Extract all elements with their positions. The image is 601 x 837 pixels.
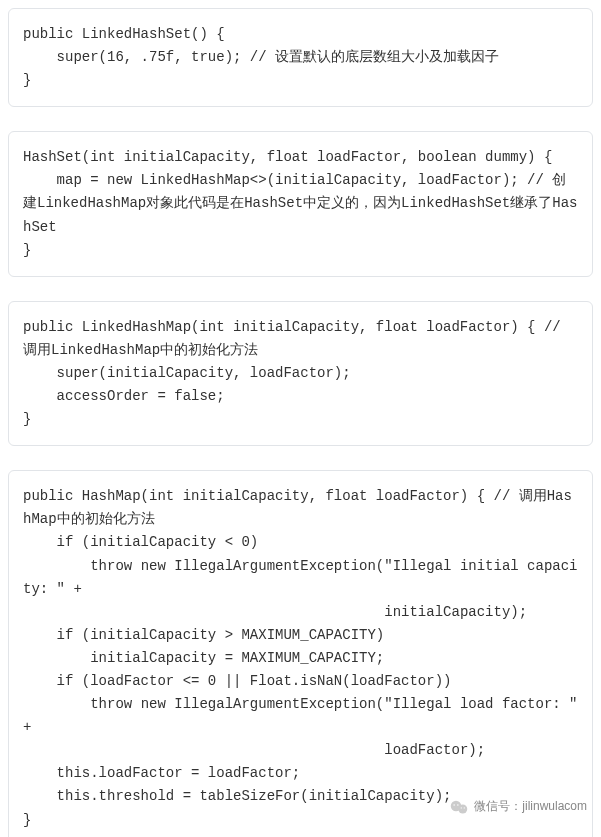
svg-point-5	[464, 807, 465, 808]
svg-point-4	[461, 807, 462, 808]
svg-point-3	[457, 804, 459, 806]
watermark-label: 微信号：	[474, 799, 522, 813]
code-block-3: public LinkedHashMap(int initialCapacity…	[8, 301, 593, 446]
code-block-1: public LinkedHashSet() { super(16, .75f,…	[8, 8, 593, 107]
wechat-watermark: 微信号：jilinwulacom	[450, 797, 587, 817]
svg-point-2	[454, 804, 456, 806]
svg-point-1	[459, 804, 468, 813]
watermark-id: jilinwulacom	[522, 799, 587, 813]
code-block-2: HashSet(int initialCapacity, float loadF…	[8, 131, 593, 276]
wechat-icon	[450, 800, 468, 815]
code-block-4: public HashMap(int initialCapacity, floa…	[8, 470, 593, 837]
